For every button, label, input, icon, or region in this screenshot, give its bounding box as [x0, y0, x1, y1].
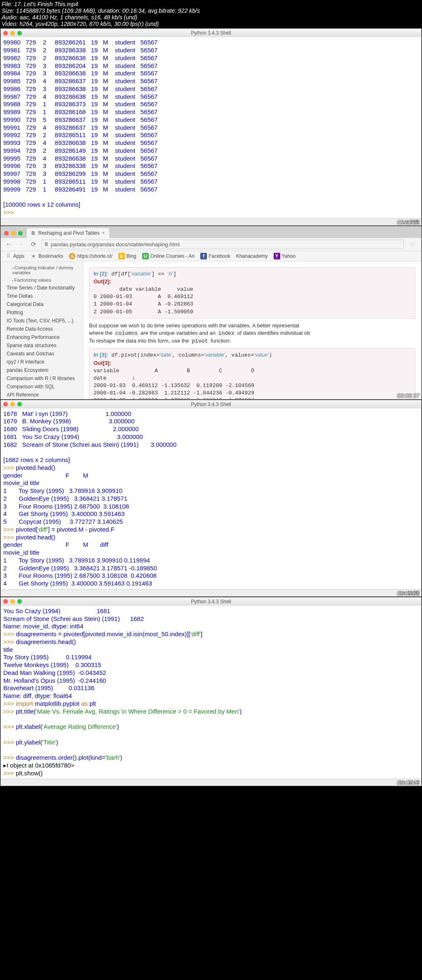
- reload-button[interactable]: ⟳: [29, 240, 38, 248]
- maximize-icon[interactable]: [17, 402, 22, 406]
- line-indicator: Ln: 995: [402, 219, 419, 225]
- sidebar-item[interactable]: Comparison with SQL: [1, 383, 83, 391]
- window-title: Python 3.4.3 Shell: [191, 30, 231, 36]
- maximize-icon[interactable]: [17, 31, 22, 35]
- shell-window-4: Python 3.4.3 Shell You So Crazy (1994) 1…: [0, 597, 422, 786]
- minimize-icon[interactable]: [10, 599, 15, 604]
- line-indicator: Ln: 1159: [399, 590, 419, 596]
- close-icon[interactable]: [3, 402, 8, 406]
- window-titlebar[interactable]: Python 3.4.3 Shell: [1, 597, 421, 606]
- status-bar: Ln: 1243 00:13:13: [1, 779, 421, 786]
- star-icon: ★: [30, 253, 37, 259]
- sidebar-item[interactable]: pandas Ecosystem: [1, 366, 83, 374]
- window-titlebar[interactable]: Python 3.4.3 Shell: [1, 400, 421, 408]
- shell-window-1: Python 3.4.3 Shell 99980 729 2 893286261…: [0, 28, 422, 225]
- file-audio: Audio: aac, 44100 Hz, 1 channels, s16, 4…: [2, 14, 420, 21]
- file-icon: 🗎: [44, 241, 49, 247]
- code-block-1: In [2]: df[df['variable'] == 'A'] Out[2]…: [89, 267, 415, 319]
- forward-button[interactable]: →: [16, 240, 26, 248]
- docs-sidebar[interactable]: Computing indicator / dummy variablesFac…: [1, 261, 83, 399]
- line-indicator: Ln: 1243: [399, 779, 419, 785]
- sidebar-item[interactable]: IO Tools (Text, CSV, HDF5, ...): [1, 317, 83, 325]
- bookmark-shortest[interactable]: shttps://shorte.st/: [69, 253, 112, 259]
- url-field[interactable]: 🗎 pandas.pydata.org/pandas-docs/stable/r…: [41, 240, 404, 249]
- inline-code: index: [217, 330, 236, 336]
- window-title: Python 3.4.3 Shell: [191, 599, 231, 604]
- bookmarks-bar: ⠿Apps ★Bookmarks shttps://shorte.st/ bBi…: [1, 251, 421, 261]
- tab-close-icon[interactable]: ×: [102, 230, 105, 236]
- bookmark-courses[interactable]: UOnline Courses - An: [142, 253, 195, 259]
- back-button[interactable]: ←: [4, 240, 13, 248]
- status-bar: Ln: 1159 00:09:55: [1, 589, 421, 596]
- facebook-icon: f: [200, 253, 207, 259]
- sidebar-item[interactable]: Plotting: [1, 308, 83, 317]
- minimize-icon[interactable]: [10, 31, 15, 35]
- file-video: Video: h264, yuv420p, 1280x720, 870 kb/s…: [2, 21, 420, 27]
- tab-strip: 🗎 Reshaping and Pivot Tables ×: [1, 226, 421, 238]
- window-title: Python 3.4.3 Shell: [191, 401, 231, 407]
- doc-paragraph: But suppose we wish to do time series op…: [89, 322, 415, 345]
- bookmark-bing[interactable]: bBing: [118, 253, 136, 259]
- sidebar-item[interactable]: Factorizing values: [1, 276, 83, 284]
- shell-output[interactable]: 1678 Mat' i syn (1997) 1.000000 1679 B. …: [1, 408, 421, 589]
- sidebar-item[interactable]: Caveats and Gotchas: [1, 350, 83, 358]
- maximize-icon[interactable]: [17, 599, 22, 604]
- sidebar-item[interactable]: Enhancing Performance: [1, 333, 83, 341]
- page-icon: 🗎: [31, 230, 36, 236]
- bookmarks-button[interactable]: ★Bookmarks: [30, 253, 63, 259]
- bookmark-khan[interactable]: Khanacademy: [236, 253, 268, 259]
- sidebar-item[interactable]: API Reference: [1, 391, 83, 399]
- shell-output[interactable]: You So Crazy (1994) 1681 Scream of Stone…: [1, 606, 421, 779]
- apps-icon: ⠿: [5, 253, 12, 259]
- browser-window: 🗎 Reshaping and Pivot Tables × ← → ⟳ 🗎 p…: [0, 226, 422, 399]
- docs-main[interactable]: In [2]: df[df['variable'] == 'A'] Out[2]…: [83, 261, 421, 399]
- bookmark-yahoo[interactable]: YYahoo: [274, 253, 296, 259]
- sidebar-item[interactable]: Categorical Data: [1, 300, 83, 308]
- shell-window-3: Python 3.4.3 Shell 1678 Mat' i syn (1997…: [0, 400, 422, 597]
- file-name: File: 17. Let's Finish This.mp4: [2, 1, 420, 7]
- minimize-icon[interactable]: [10, 402, 15, 406]
- close-icon[interactable]: [4, 231, 9, 236]
- sidebar-item[interactable]: Time Deltas: [1, 292, 83, 300]
- maximize-icon[interactable]: [18, 231, 23, 236]
- address-bar: ← → ⟳ 🗎 pandas.pydata.org/pandas-docs/st…: [1, 238, 421, 251]
- shell-output[interactable]: 99980 729 2 893286261 19 M student 56567…: [1, 37, 421, 218]
- url-text: pandas.pydata.org/pandas-docs/stable/res…: [51, 241, 180, 247]
- tab-title: Reshaping and Pivot Tables: [38, 230, 100, 236]
- bookmark-facebook[interactable]: fFacebook: [200, 253, 230, 259]
- sidebar-item[interactable]: Comparison with R / R libraries: [1, 374, 83, 383]
- code-block-2: In [3]: df.pivot(index='date', columns='…: [89, 348, 415, 399]
- bookmark-star-icon[interactable]: ☆: [407, 240, 418, 248]
- sidebar-item[interactable]: Time Series / Date functionality: [1, 284, 83, 292]
- status-bar: Ln: 995 00:03:18: [1, 218, 421, 225]
- window-titlebar[interactable]: Python 3.4.3 Shell: [1, 29, 421, 37]
- inline-code: columns: [114, 330, 139, 336]
- file-size: Size: 114588873 bytes (109.28 MiB), dura…: [2, 7, 420, 14]
- close-icon[interactable]: [3, 599, 8, 604]
- yahoo-icon: Y: [274, 253, 280, 259]
- bing-icon: b: [118, 253, 125, 259]
- sidebar-item[interactable]: Sparse data structures: [1, 341, 83, 350]
- sidebar-item[interactable]: Computing indicator / dummy variables: [1, 264, 83, 276]
- udemy-icon: U: [142, 253, 149, 259]
- browser-tab[interactable]: 🗎 Reshaping and Pivot Tables ×: [27, 228, 109, 238]
- apps-button[interactable]: ⠿Apps: [5, 253, 24, 259]
- sidebar-item[interactable]: Remote Data Access: [1, 325, 83, 333]
- inline-code: pivot: [190, 338, 209, 344]
- browser-content: Computing indicator / dummy variablesFac…: [1, 261, 421, 399]
- file-info-overlay: File: 17. Let's Finish This.mp4 Size: 11…: [0, 0, 422, 28]
- close-icon[interactable]: [3, 31, 8, 35]
- minimize-icon[interactable]: [11, 231, 16, 236]
- sidebar-item[interactable]: rpy2 / R interface: [1, 358, 83, 366]
- shortest-icon: s: [69, 253, 75, 259]
